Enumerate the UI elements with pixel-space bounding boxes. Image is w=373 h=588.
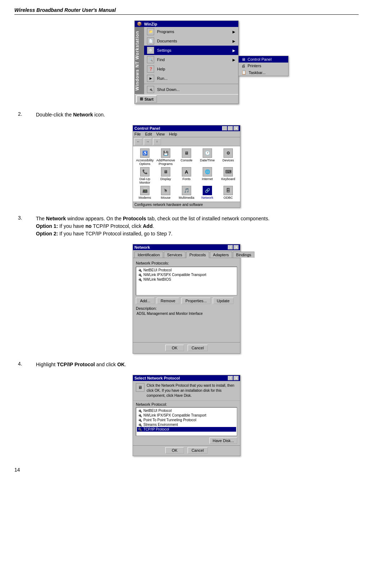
- snp-protocol-netbeui[interactable]: 🔌 NetBEUI Protocol: [137, 408, 236, 413]
- cp-menu-file[interactable]: File: [134, 132, 141, 136]
- cp-screenshot-container: Control Panel _ □ ✕ File Edit View Help …: [18, 125, 355, 208]
- select-network-protocol-window: Select Network Protocol ? ✕ 🖥 Click the …: [133, 375, 240, 456]
- snp-cancel-btn[interactable]: Cancel: [188, 447, 208, 454]
- step2-number: 2.: [18, 111, 36, 117]
- snp-have-disk-btn[interactable]: Have Disk...: [209, 437, 237, 444]
- cp-toolbar-up[interactable]: ↑: [153, 138, 161, 145]
- cp-item-modems[interactable]: 📠 Modems: [135, 186, 155, 199]
- snp-help-btn[interactable]: ?: [228, 376, 233, 380]
- cp-minimize-btn[interactable]: _: [222, 126, 227, 130]
- cp-item-odbc[interactable]: 🗄 ODBC: [218, 186, 238, 199]
- step2-text: Double-click the Network icon.: [36, 111, 105, 119]
- cp-item-datetime[interactable]: 🕐 Date/Time: [198, 148, 217, 166]
- cp-toolbar-forward[interactable]: →: [144, 138, 152, 145]
- net-update-btn[interactable]: Update: [213, 298, 233, 304]
- submenu-control-panel[interactable]: 🖥 Control Panel: [239, 56, 288, 63]
- net-ok-btn[interactable]: OK: [165, 345, 184, 351]
- winnt-menu-item-find[interactable]: 🔍 Find ▶: [144, 55, 238, 64]
- net-desc-label-text: Description:: [136, 306, 157, 311]
- cp-menu-edit[interactable]: Edit: [145, 132, 152, 136]
- snp-ok-btn[interactable]: OK: [165, 447, 184, 454]
- snp-info-area: 🖥 Click the Network Protocol that you wa…: [133, 381, 240, 401]
- winnt-menu-item-settings[interactable]: ⚙ Settings ▶: [144, 46, 238, 55]
- fonts-icon: A: [182, 167, 191, 176]
- net-desc-text: ADSL Management and Monitor Interface: [136, 311, 237, 318]
- net-add-btn[interactable]: Add...: [136, 298, 155, 304]
- net-protocol-nwlink[interactable]: 🔌 NWLink IPX/SPX Compatible Transport: [137, 272, 236, 277]
- odbc-label: ODBC: [224, 196, 233, 199]
- winnt-menu-item-programs[interactable]: 📁 Programs ▶: [144, 27, 238, 36]
- snp-protocol-pptp[interactable]: 🔌 Point To Point Tunneling Protocol: [137, 418, 236, 422]
- cp-item-internet[interactable]: 🌐 Internet: [198, 167, 217, 184]
- cp-item-console[interactable]: 🖥 Console: [177, 148, 196, 166]
- start-button[interactable]: ⊞ Start: [136, 95, 157, 103]
- mouse-label: Mouse: [161, 196, 170, 199]
- cp-item-display[interactable]: 🖥 Display: [156, 167, 175, 184]
- net-protocol-nwlink-netbios[interactable]: 🔌 NWLink NetBIOS: [137, 277, 236, 282]
- cp-menu-help[interactable]: Help: [169, 132, 177, 136]
- winnt-sidebar: Windows NT Workstation 📁 Programs ▶ 📄 Do…: [135, 27, 238, 94]
- net-tab-protocols[interactable]: Protocols: [186, 252, 209, 258]
- net-cancel-btn[interactable]: Cancel: [188, 345, 208, 351]
- cp-maximize-btn[interactable]: □: [228, 126, 233, 130]
- net-titlebar: Network ? ✕: [133, 244, 240, 250]
- winnt-menu-item-shutdown[interactable]: 🔌 Shut Down...: [144, 85, 238, 94]
- net-ok-cancel-area: OK Cancel: [133, 342, 240, 353]
- cp-toolbar-back[interactable]: ←: [134, 138, 142, 145]
- cp-item-fonts[interactable]: A Fonts: [177, 167, 196, 184]
- winnt-screenshot-container: 📦 WinZip Windows NT Workstation 📁 Progra…: [18, 20, 355, 104]
- keyboard-label: Keyboard: [221, 177, 235, 181]
- datetime-label: Date/Time: [200, 159, 215, 162]
- net-close-btn[interactable]: ✕: [234, 245, 239, 249]
- net-minimize-btn[interactable]: ?: [228, 245, 233, 249]
- winnt-menu-item-documents[interactable]: 📄 Documents ▶: [144, 36, 238, 46]
- net-tab-services[interactable]: Services: [164, 252, 185, 258]
- cp-item-mouse[interactable]: 🖱 Mouse: [156, 186, 175, 199]
- net-bottom-area: [136, 318, 237, 339]
- internet-icon: 🌐: [203, 167, 212, 176]
- step2-bold: Network: [73, 112, 93, 118]
- net-tab-identification[interactable]: Identification: [134, 252, 163, 258]
- dialup-icon: 📞: [140, 167, 149, 176]
- network-screenshot-container: Network ? ✕ Identification Services Prot…: [18, 244, 355, 354]
- submenu-printers[interactable]: 🖨 Printers: [239, 63, 288, 69]
- settings-arrow: ▶: [232, 49, 235, 52]
- nwlink-netbios-label: NWLink NetBIOS: [143, 277, 171, 281]
- submenu-taskbar[interactable]: 📋 Taskbar...: [239, 69, 288, 76]
- snp-streams-icon: 🔌: [138, 423, 142, 427]
- snp-close-btn[interactable]: ✕: [234, 376, 239, 380]
- snp-protocol-nwlink[interactable]: 🔌 NWLink IPX/SPX Compatible Transport: [137, 413, 236, 418]
- snp-protocol-tcpip[interactable]: 🔌 TCP/IP Protocol: [137, 427, 236, 432]
- cp-item-network[interactable]: 🔗 Network: [198, 186, 217, 199]
- cp-item-addremove[interactable]: 💾 Add/RemovePrograms: [156, 148, 175, 166]
- net-tab-bindings[interactable]: Bindings: [233, 252, 254, 258]
- cp-close-btn[interactable]: ✕: [234, 126, 239, 130]
- cp-item-dialup[interactable]: 📞 Dial-UpMonitor: [135, 167, 155, 184]
- net-properties-btn[interactable]: Properties...: [181, 298, 211, 304]
- cp-item-devices[interactable]: ⚙ Devices: [218, 148, 238, 166]
- winnt-menu-item-help[interactable]: ❓ Help: [144, 64, 238, 74]
- net-protocol-netbeui[interactable]: 🔌 NetBEUI Protocol: [137, 268, 236, 272]
- display-label: Display: [160, 177, 171, 181]
- multimedia-label: Multimedia: [179, 196, 194, 199]
- cp-item-multimedia[interactable]: 🎵 Multimedia: [177, 186, 196, 199]
- network-window: Network ? ✕ Identification Services Prot…: [133, 244, 240, 354]
- programs-arrow: ▶: [232, 30, 235, 34]
- snp-pptp-label: Point To Point Tunneling Protocol: [143, 418, 196, 422]
- mouse-icon: 🖱: [161, 186, 170, 195]
- cp-item-keyboard[interactable]: ⌨ Keyboard: [218, 167, 238, 184]
- snp-protocols-listbox[interactable]: 🔌 NetBEUI Protocol 🔌 NWLink IPX/SPX Comp…: [136, 407, 237, 436]
- cp-item-accessibility[interactable]: ♿ AccessibilityOptions: [135, 148, 155, 166]
- winnt-menu-window: 📦 WinZip Windows NT Workstation 📁 Progra…: [134, 20, 239, 104]
- winnt-menu-items-container: 📁 Programs ▶ 📄 Documents ▶ ⚙ Settings ▶: [144, 27, 238, 94]
- net-protocols-listbox[interactable]: 🔌 NetBEUI Protocol 🔌 NWLink IPX/SPX Comp…: [136, 267, 237, 295]
- cp-menu-view[interactable]: View: [156, 132, 165, 136]
- snp-protocol-streams[interactable]: 🔌 Streams Environment: [137, 422, 236, 427]
- step4-text1: Highlight: [36, 362, 57, 367]
- cp-menubar: File Edit View Help: [133, 131, 240, 137]
- winnt-menu-item-run[interactable]: ▶ Run...: [144, 74, 238, 83]
- step3-text2: window appears. On the: [66, 216, 123, 221]
- net-remove-btn[interactable]: Remove: [157, 298, 179, 304]
- control-panel-window: Control Panel _ □ ✕ File Edit View Help …: [133, 125, 240, 208]
- net-tab-adapters[interactable]: Adapters: [210, 252, 232, 258]
